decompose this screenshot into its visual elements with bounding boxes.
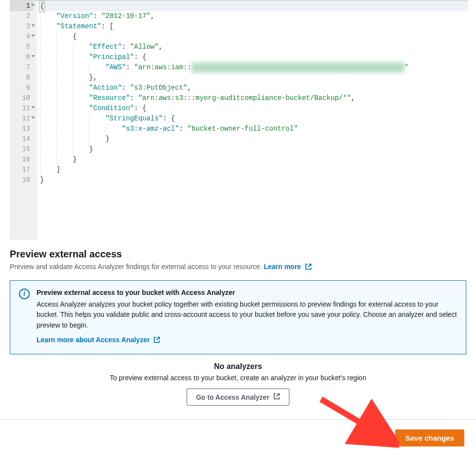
policy-editor[interactable]: 123456789101112131415161718 { "Version":…: [10, 0, 468, 240]
access-analyzer-info-box: i Preview external access to your bucket…: [10, 280, 466, 354]
gutter-line: 5: [10, 42, 33, 52]
fold-icon[interactable]: [31, 4, 35, 6]
gutter-line: 14: [10, 134, 33, 144]
preview-external-access-section: Preview external access Preview and vali…: [0, 240, 476, 272]
editor-gutter: 123456789101112131415161718: [10, 1, 37, 240]
fold-icon[interactable]: [31, 35, 35, 37]
code-line[interactable]: "Principal": {: [40, 52, 468, 62]
preview-subtext: Preview and validate Access Analyzer fin…: [10, 263, 466, 272]
external-link-icon: [305, 263, 312, 272]
save-changes-button[interactable]: Save changes: [395, 429, 464, 447]
no-analyzers-body: To preview external access to your bucke…: [10, 374, 466, 382]
learn-more-link[interactable]: Learn more: [264, 263, 311, 271]
cancel-button[interactable]: Cancel: [360, 434, 383, 442]
code-line[interactable]: "AWS": "arn:aws:iam::XXXXXXXXXXXXXXXXXXX…: [40, 62, 468, 73]
gutter-line: 3: [10, 21, 33, 32]
gutter-line: 6: [10, 52, 33, 62]
code-line[interactable]: "Version": "2012-10-17",: [40, 11, 468, 21]
code-line[interactable]: "Resource": "arn:aws:s3:::myorg-auditcom…: [40, 93, 468, 103]
gutter-line: 10: [10, 93, 33, 103]
code-line[interactable]: {: [40, 32, 468, 42]
gutter-line: 8: [10, 73, 33, 83]
no-analyzers-panel: No analyzers To preview external access …: [0, 354, 476, 415]
footer-actions: Cancel Save changes: [0, 419, 476, 459]
code-line[interactable]: "Condition": {: [40, 103, 468, 114]
code-line[interactable]: "Effect": "Allow",: [40, 42, 468, 52]
fold-icon[interactable]: [31, 55, 35, 58]
code-line[interactable]: }: [40, 155, 468, 165]
go-to-access-analyzer-button[interactable]: Go to Access Analyzer: [187, 388, 289, 406]
gutter-line: 13: [10, 124, 33, 134]
gutter-line: 17: [10, 165, 33, 175]
gutter-line: 9: [10, 83, 33, 93]
fold-icon[interactable]: [31, 106, 35, 109]
gutter-line: 16: [10, 155, 33, 165]
code-line[interactable]: ]: [40, 165, 468, 175]
gutter-line: 12: [10, 114, 33, 124]
code-line[interactable]: },: [40, 73, 468, 83]
code-line[interactable]: "StringEquals": {: [40, 114, 468, 124]
editor-code-area[interactable]: { "Version": "2012-10-17", "Statement": …: [37, 1, 468, 240]
code-line[interactable]: {: [40, 1, 468, 11]
gutter-line: 18: [10, 175, 33, 185]
gutter-line: 7: [10, 62, 33, 73]
learn-more-access-analyzer-link[interactable]: Learn more about Access Analyzer: [37, 335, 160, 347]
gutter-line: 15: [10, 144, 33, 155]
gutter-line: 4: [10, 32, 33, 42]
code-line[interactable]: }: [40, 175, 468, 185]
code-line[interactable]: "Statement": [: [40, 21, 468, 32]
code-line[interactable]: }: [40, 134, 468, 144]
gutter-line: 2: [10, 11, 33, 21]
gutter-line: 1: [10, 1, 33, 11]
info-title: Preview external access to your bucket w…: [37, 288, 457, 298]
info-icon: i: [19, 289, 30, 299]
fold-icon[interactable]: [31, 116, 35, 119]
info-body: Access Analyzer analyzes your bucket pol…: [37, 300, 457, 329]
external-link-icon: [153, 336, 160, 347]
preview-heading: Preview external access: [10, 249, 466, 260]
gutter-line: 11: [10, 103, 33, 114]
code-line[interactable]: "s3:x-amz-acl": "bucket-owner-full-contr…: [40, 124, 468, 134]
code-line[interactable]: "Action": "s3:PutObject",: [40, 83, 468, 93]
fold-icon[interactable]: [31, 24, 35, 27]
code-line[interactable]: }: [40, 144, 468, 155]
no-analyzers-title: No analyzers: [10, 362, 466, 371]
external-link-icon: [273, 393, 280, 401]
